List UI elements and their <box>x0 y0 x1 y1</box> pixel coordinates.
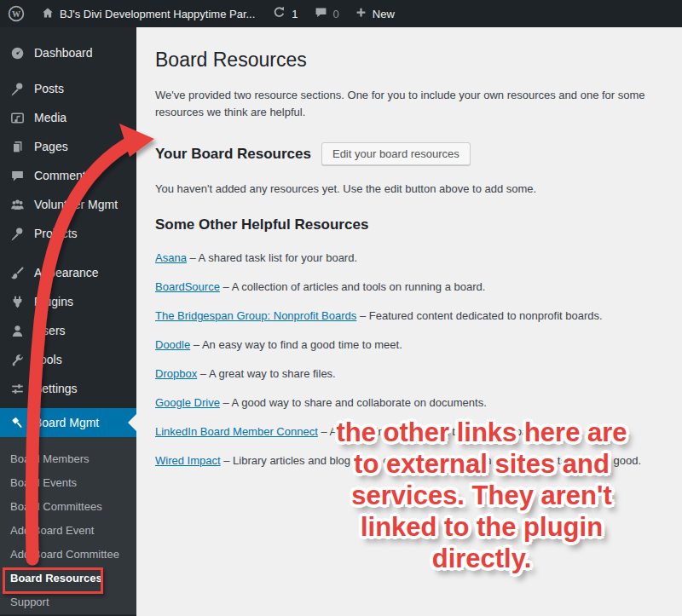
site-name: BJ's Divi Development Happytime Par... <box>60 8 255 20</box>
callout-line: to external sites and <box>321 448 643 480</box>
sliders-icon <box>9 380 26 397</box>
dashboard-icon <box>9 44 26 61</box>
sidebar-item-media[interactable]: Media <box>0 103 136 132</box>
sidebar-item-dashboard[interactable]: Dashboard <box>0 38 136 67</box>
menu-separator <box>0 67 136 74</box>
callout-line: directly. <box>321 543 643 574</box>
update-count: 1 <box>292 8 298 20</box>
sidebar-item-label: Comments <box>34 169 92 182</box>
sidebar-item-label: Settings <box>34 382 78 395</box>
plus-icon <box>355 6 367 21</box>
callout-line: the other links here are <box>321 417 643 448</box>
groups-icon <box>9 196 26 213</box>
plugin-icon <box>9 293 26 310</box>
sidebar-item-support[interactable]: Support <box>0 590 136 614</box>
svg-text:W: W <box>12 9 20 19</box>
sidebar-item-label: Posts <box>34 82 64 95</box>
pushpin-icon <box>9 80 26 97</box>
wrench-icon <box>9 351 26 368</box>
sidebar-item-appearance[interactable]: Appearance <box>0 258 136 287</box>
page-title: Board Resources <box>155 48 663 73</box>
gavel-icon <box>9 414 26 431</box>
resource-link[interactable]: LinkedIn Board Member Connect <box>155 425 318 438</box>
edit-board-resources-button[interactable]: Edit your board resources <box>321 142 471 165</box>
resource-link-desc: – Featured content dedicated to nonprofi… <box>356 309 602 322</box>
sidebar-item-label: Plugins <box>34 295 73 308</box>
sidebar-item-add-board-committee[interactable]: Add Board Committee <box>0 543 136 567</box>
new-label: New <box>373 8 395 20</box>
intro-text: We've provided two resource sections. On… <box>155 87 663 121</box>
your-resources-heading: Your Board Resources <box>155 146 311 163</box>
sidebar-item-volunteer-mgmt[interactable]: Volunteer Mgmt <box>0 190 136 219</box>
resource-link-desc: – A collection of articles and tools on … <box>220 280 485 293</box>
user-icon <box>9 322 26 339</box>
site-menu[interactable]: BJ's Divi Development Happytime Par... <box>33 0 263 27</box>
resource-link-line: The Bridgespan Group: Nonprofit Boards –… <box>155 309 663 322</box>
annotation-callout-text: the other links here are to external sit… <box>321 417 643 574</box>
resource-link[interactable]: Doodle <box>155 338 190 351</box>
sidebar-item-label: Dashboard <box>34 46 93 60</box>
callout-line: services. They aren't <box>321 480 643 511</box>
sidebar-item-plugins[interactable]: Plugins <box>0 287 136 316</box>
callout-line: linked to the plugin <box>321 511 643 543</box>
new-content-menu[interactable]: New <box>347 0 402 27</box>
resource-link-line: Dropbox – A great way to share files. <box>155 367 663 380</box>
sidebar-item-board-events[interactable]: Board Events <box>0 471 136 495</box>
admin-sidebar: Dashboard Posts Media Pages <box>0 27 136 616</box>
sidebar-item-tools[interactable]: Tools <box>0 345 136 374</box>
active-menu-arrow <box>128 414 136 431</box>
sidebar-item-label: Board Mgmt <box>34 416 99 429</box>
comments-menu[interactable]: 0 <box>306 0 347 27</box>
admin-menu: Dashboard Posts Media Pages <box>0 27 136 614</box>
resource-link-line: Asana – A shared task list for your boar… <box>155 251 663 264</box>
resource-link[interactable]: Wired Impact <box>155 454 221 467</box>
resource-link[interactable]: Google Drive <box>155 396 220 409</box>
sidebar-item-label: Appearance <box>34 266 99 279</box>
sidebar-item-label: Users <box>34 324 66 337</box>
resource-link-desc: – A great way to share files. <box>197 367 336 380</box>
sidebar-item-board-members[interactable]: Board Members <box>0 447 136 471</box>
sidebar-item-settings[interactable]: Settings <box>0 374 136 403</box>
update-icon <box>272 5 286 22</box>
sidebar-item-label: Volunteer Mgmt <box>34 198 118 211</box>
resource-link-line: Doodle – An easy way to find a good time… <box>155 338 663 351</box>
resource-link-desc: – A good way to share and collaborate on… <box>220 396 487 409</box>
resource-link-desc: – A shared task list for your board. <box>187 251 357 264</box>
resource-link[interactable]: BoardSource <box>155 280 220 293</box>
comment-count: 0 <box>333 8 339 20</box>
media-icon <box>9 109 26 126</box>
sidebar-item-label: Pages <box>34 140 68 153</box>
sidebar-item-comments[interactable]: Comments <box>0 161 136 190</box>
updates-menu[interactable]: 1 <box>264 0 305 27</box>
sidebar-item-posts[interactable]: Posts <box>0 74 136 103</box>
board-mgmt-submenu: Board Members Board Events Board Committ… <box>0 437 136 614</box>
sidebar-item-users[interactable]: Users <box>0 316 136 345</box>
pushpin-icon <box>9 225 26 242</box>
empty-resources-text: You haven't added any resources yet. Use… <box>155 182 663 195</box>
resource-link-line: Google Drive – A good way to share and c… <box>155 396 663 409</box>
sidebar-item-label: Projects <box>34 227 78 240</box>
home-icon <box>41 6 55 22</box>
comment-bubble-icon <box>314 5 328 22</box>
menu-separator <box>0 248 136 258</box>
resource-link[interactable]: Dropbox <box>155 367 197 380</box>
other-resources-heading: Some Other Helpful Resources <box>155 216 663 233</box>
sidebar-item-label: Tools <box>34 353 62 366</box>
sidebar-item-board-committees[interactable]: Board Committees <box>0 495 136 519</box>
sidebar-item-label: Media <box>34 111 66 124</box>
wordpress-admin-screen: W BJ's Divi Development Happytime Par...… <box>0 0 682 616</box>
wordpress-logo-icon[interactable]: W <box>0 0 33 27</box>
resource-link-line: BoardSource – A collection of articles a… <box>155 280 663 293</box>
sidebar-item-add-board-event[interactable]: Add Board Event <box>0 519 136 543</box>
sidebar-item-board-resources[interactable]: Board Resources <box>0 567 136 590</box>
resource-link-desc: – An easy way to find a good time to mee… <box>190 338 402 351</box>
sidebar-item-pages[interactable]: Pages <box>0 132 136 161</box>
comment-icon <box>9 167 26 184</box>
pages-icon <box>9 138 26 155</box>
resource-link[interactable]: The Bridgespan Group: Nonprofit Boards <box>155 309 356 322</box>
resource-link[interactable]: Asana <box>155 251 187 264</box>
sidebar-item-projects[interactable]: Projects <box>0 219 136 248</box>
brush-icon <box>9 264 26 281</box>
admin-bar: W BJ's Divi Development Happytime Par...… <box>0 0 682 27</box>
sidebar-item-board-mgmt[interactable]: Board Mgmt <box>0 408 136 437</box>
